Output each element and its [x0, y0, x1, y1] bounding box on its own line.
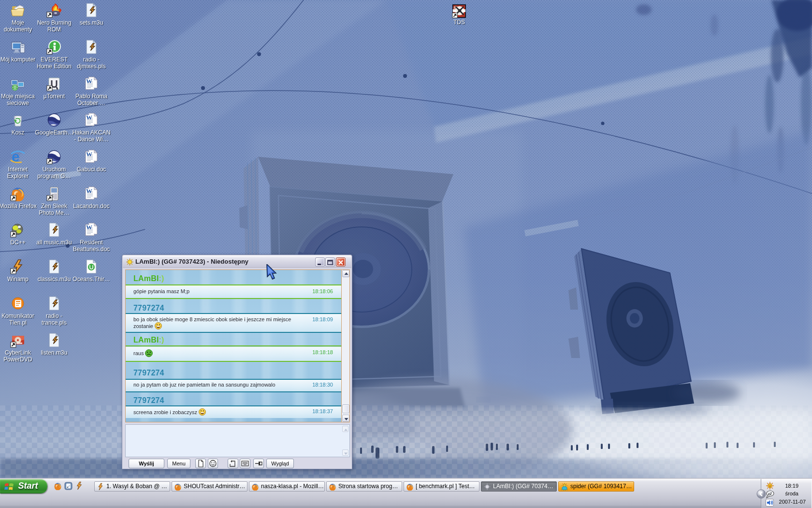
svg-text:zZ: zZ — [768, 492, 772, 495]
